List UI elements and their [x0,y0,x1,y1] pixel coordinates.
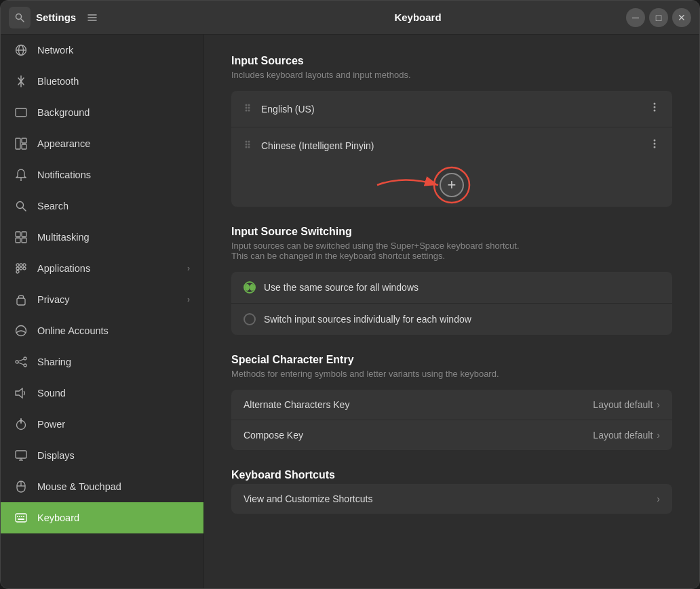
sidebar-item-label-network: Network [37,45,190,56]
sidebar-item-label-search: Search [37,201,190,211]
sidebar-item-mouse-touchpad[interactable]: Mouse & Touchpad [1,471,203,502]
displays-icon [14,449,28,462]
svg-marker-35 [16,388,22,398]
svg-point-57 [654,106,656,108]
multitasking-icon [14,230,28,244]
input-source-more-button-0[interactable] [649,100,660,117]
input-source-row-0[interactable]: English (US) [231,91,672,127]
close-button[interactable]: ✕ [672,8,691,27]
sidebar-item-label-displays: Displays [37,450,190,461]
svg-point-52 [246,106,248,108]
svg-point-56 [654,103,656,105]
svg-rect-28 [17,298,25,305]
privacy-icon [14,293,28,306]
content-area: NetworkBluetoothBackgroundAppearanceNoti… [1,35,699,588]
radio-same-source-circle [244,281,256,293]
svg-point-23 [23,264,26,266]
menu-button[interactable] [81,7,103,28]
svg-rect-10 [16,138,20,149]
sidebar-item-label-sharing: Sharing [37,357,190,367]
sidebar-item-appearance[interactable]: Appearance [1,128,203,159]
sidebar-item-online-accounts[interactable]: Online Accounts [1,315,203,346]
sidebar-item-search[interactable]: Search [1,190,203,222]
special-char-card: Alternate Characters KeyLayout default›C… [231,390,672,450]
svg-point-25 [20,267,22,270]
drag-handle-icon [244,102,252,116]
panel-title: Keyboard [212,12,623,23]
svg-point-31 [24,357,26,360]
svg-point-65 [654,140,656,142]
sidebar-item-power[interactable]: Power [1,409,203,440]
special-char-title: Special Character Entry [231,354,672,366]
sidebar-item-label-keyboard: Keyboard [37,512,190,523]
view-shortcuts-row[interactable]: View and Customize Shortcuts › [231,484,672,514]
sidebar-item-label-multitasking: Multitasking [37,232,190,243]
sidebar-item-bluetooth[interactable]: Bluetooth [1,66,203,97]
svg-point-62 [248,143,250,145]
svg-point-60 [248,140,250,142]
bluetooth-icon [14,75,28,88]
sidebar-item-label-notifications: Notifications [37,169,190,180]
sidebar-item-network[interactable]: Network [1,35,203,66]
view-shortcuts-chevron-icon: › [657,493,660,504]
appearance-icon [14,137,28,150]
svg-point-24 [16,267,19,270]
switching-desc: Input sources can be switched using the … [231,241,672,261]
sidebar-item-background[interactable]: Background [1,97,203,128]
sidebar-item-displays[interactable]: Displays [1,440,203,471]
titlebar: Settings Keyboard ─ □ ✕ [1,1,699,35]
special-char-row-1[interactable]: Compose KeyLayout default› [231,420,672,450]
sidebar: NetworkBluetoothBackgroundAppearanceNoti… [1,35,204,588]
applications-icon [14,262,28,275]
svg-point-58 [654,110,656,112]
special-char-value-0: Layout default [593,399,653,410]
sidebar-item-sharing[interactable]: Sharing [1,346,203,378]
svg-point-64 [248,146,250,148]
svg-point-67 [654,146,656,148]
svg-point-61 [246,143,248,145]
keyboard-shortcuts-card: View and Customize Shortcuts › [231,484,672,514]
sidebar-item-sound[interactable]: Sound [1,378,203,409]
add-input-source-button[interactable]: + [440,173,464,197]
svg-line-33 [18,359,24,361]
main-content: Input Sources Includes keyboard layouts … [204,35,699,588]
keyboard-shortcuts-title: Keyboard Shortcuts [231,469,672,481]
svg-line-34 [18,363,24,365]
sound-icon [14,386,28,400]
special-char-chevron-icon-1: › [657,430,660,441]
special-char-chevron-icon-0: › [657,399,660,410]
minimize-button[interactable]: ─ [626,8,645,27]
sidebar-item-label-online-accounts: Online Accounts [37,325,190,336]
svg-point-54 [246,109,248,111]
input-sources-section: Input Sources Includes keyboard layouts … [231,55,672,207]
svg-point-14 [20,180,22,181]
background-icon [14,106,28,119]
search-button[interactable] [9,7,31,28]
input-source-label-1: Chinese (Intelligent Pinyin) [261,140,649,151]
radio-same-source-label: Use the same source for all windows [264,282,419,293]
sidebar-item-chevron-privacy: › [187,295,190,304]
radio-individual[interactable]: Switch input sources individually for ea… [231,304,672,335]
drag-handle-icon [244,139,252,153]
sidebar-item-label-sound: Sound [37,388,190,399]
svg-rect-18 [22,232,26,237]
sidebar-item-keyboard[interactable]: Keyboard [1,502,203,533]
svg-point-26 [23,267,26,270]
sidebar-item-chevron-applications: › [187,264,190,273]
sidebar-item-label-privacy: Privacy [37,294,178,305]
input-source-more-button-1[interactable] [649,137,660,154]
sidebar-item-applications[interactable]: Applications› [1,253,203,284]
input-source-row-1[interactable]: Chinese (Intelligent Pinyin) [231,127,672,163]
special-char-row-0[interactable]: Alternate Characters KeyLayout default› [231,390,672,420]
sidebar-item-notifications[interactable]: Notifications [1,159,203,190]
maximize-button[interactable]: □ [649,8,668,27]
sidebar-item-privacy[interactable]: Privacy› [1,284,203,315]
sidebar-item-multitasking[interactable]: Multitasking [1,222,203,253]
special-char-section: Special Character Entry Methods for ente… [231,354,672,450]
radio-same-source[interactable]: Use the same source for all windows [231,272,672,304]
search-icon [14,199,28,213]
network-icon [14,43,28,57]
input-sources-card: English (US)Chinese (Intelligent Pinyin) [231,91,672,207]
settings-title: Settings [36,12,76,23]
sidebar-item-label-applications: Applications [37,263,178,274]
